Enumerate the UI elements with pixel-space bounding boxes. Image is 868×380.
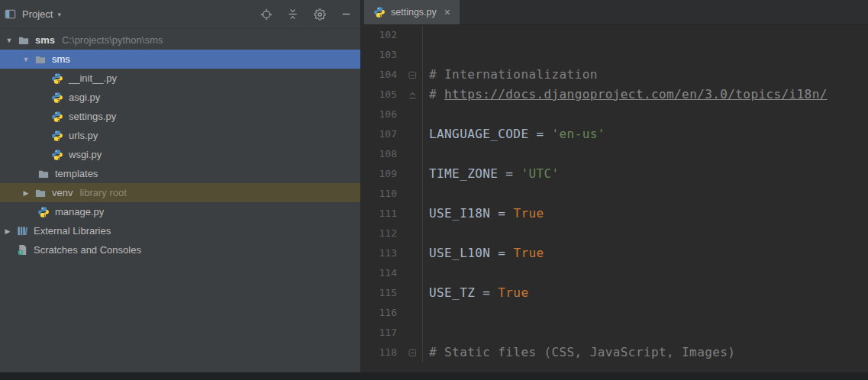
fold-column bbox=[397, 144, 422, 164]
code-line-107: 107LANGUAGE_CODE = 'en-us' bbox=[362, 124, 868, 144]
code-line-113: 113USE_L10N = True bbox=[362, 243, 868, 263]
gutter[interactable]: 108 bbox=[362, 144, 423, 164]
gutter[interactable]: 113 bbox=[362, 243, 423, 263]
code-token-plain: USE_I18N = bbox=[429, 206, 513, 221]
tree-item-settings-py[interactable]: settings.py bbox=[0, 107, 360, 126]
code-text bbox=[423, 323, 429, 343]
code-token-keyword: True bbox=[513, 246, 544, 260]
code-text: USE_I18N = True bbox=[423, 204, 544, 224]
fold-column bbox=[397, 243, 422, 263]
doc-link[interactable]: https://docs.djangoproject.com/en/3.0/to… bbox=[444, 87, 828, 101]
fold-column bbox=[397, 124, 422, 144]
line-number: 108 bbox=[362, 144, 397, 164]
fold-column bbox=[397, 224, 422, 243]
editor-tab-bar: settings.py × bbox=[362, 0, 868, 25]
code-text: USE_TZ = True bbox=[423, 283, 528, 303]
code-text: # https://docs.djangoproject.com/en/3.0/… bbox=[423, 85, 828, 105]
pycharm-window: Project ▾ ▼smsC:\projects\python\sms▼sms… bbox=[0, 0, 868, 380]
project-toolwindow-icon bbox=[5, 8, 18, 21]
tree-item-manage-py[interactable]: manage.py bbox=[0, 202, 360, 221]
tree-item-wsgi-py[interactable]: wsgi.py bbox=[0, 145, 360, 164]
gutter[interactable]: 111 bbox=[362, 204, 423, 224]
code-text bbox=[423, 224, 429, 243]
fold-rect-icon[interactable] bbox=[397, 65, 422, 85]
tree-item-templates[interactable]: templates bbox=[0, 164, 360, 183]
chevron-down-icon[interactable]: ▾ bbox=[57, 11, 61, 18]
tree-item-label: External Libraries bbox=[34, 225, 111, 237]
gutter[interactable]: 102 bbox=[362, 25, 423, 45]
gutter[interactable]: 115 bbox=[362, 283, 423, 303]
gutter[interactable]: 109 bbox=[362, 164, 423, 184]
gutter[interactable]: 114 bbox=[362, 263, 423, 283]
code-token-plain: USE_TZ = bbox=[429, 285, 498, 300]
gutter[interactable]: 116 bbox=[362, 303, 423, 323]
fold-column bbox=[397, 283, 422, 303]
code-text: USE_L10N = True bbox=[423, 243, 544, 263]
folder-icon bbox=[17, 34, 31, 47]
gutter[interactable]: 112 bbox=[362, 224, 423, 243]
tree-item-sms[interactable]: ▼sms bbox=[0, 50, 360, 69]
locate-icon[interactable] bbox=[260, 8, 273, 21]
gutter[interactable]: 110 bbox=[362, 184, 423, 204]
code-token-plain: TIME_ZONE = bbox=[429, 166, 521, 181]
line-number: 114 bbox=[362, 263, 397, 283]
folder-icon bbox=[37, 168, 50, 180]
close-tab-icon[interactable]: × bbox=[444, 6, 450, 18]
tree-item-label: __init__.py bbox=[69, 72, 117, 84]
tab-settings-py[interactable]: settings.py × bbox=[364, 0, 460, 24]
line-number: 116 bbox=[362, 303, 397, 323]
gutter[interactable]: 105 bbox=[362, 85, 423, 105]
line-number: 109 bbox=[362, 164, 397, 184]
code-text bbox=[423, 25, 429, 45]
tree-item-asgi-py[interactable]: asgi.py bbox=[0, 88, 360, 107]
tree-item-venv[interactable]: ▶venvlibrary root bbox=[0, 183, 360, 202]
fold-up-icon[interactable] bbox=[397, 85, 422, 105]
line-number: 110 bbox=[362, 184, 397, 204]
code-text: TIME_ZONE = 'UTC' bbox=[423, 164, 560, 184]
tree-item-init-py[interactable]: __init__.py bbox=[0, 69, 360, 88]
python-icon bbox=[50, 92, 64, 104]
line-number: 117 bbox=[362, 323, 397, 343]
gutter[interactable]: 104 bbox=[362, 65, 423, 85]
line-number: 111 bbox=[362, 204, 397, 224]
gutter[interactable]: 107 bbox=[362, 124, 423, 144]
chevron-down-icon[interactable]: ▼ bbox=[18, 56, 34, 63]
line-number: 115 bbox=[362, 283, 397, 303]
code-text bbox=[423, 144, 429, 164]
fold-column bbox=[397, 184, 422, 204]
code-token-comment: # bbox=[429, 87, 444, 101]
collapse-all-icon[interactable] bbox=[286, 8, 299, 21]
gutter[interactable]: 117 bbox=[362, 323, 423, 343]
tree-item-scratches[interactable]: Scratches and Consoles bbox=[0, 240, 360, 259]
tree-item-label: manage.py bbox=[55, 206, 104, 217]
code-token-string: 'en-us' bbox=[552, 127, 605, 141]
line-number: 103 bbox=[362, 45, 397, 65]
gutter[interactable]: 118 bbox=[362, 343, 423, 362]
python-icon bbox=[37, 206, 50, 218]
scratches-icon bbox=[15, 244, 29, 256]
tree-item-label: wsgi.py bbox=[69, 149, 102, 160]
code-line-109: 109TIME_ZONE = 'UTC' bbox=[362, 164, 868, 184]
hide-icon[interactable] bbox=[340, 8, 353, 21]
tree-item-label: sms bbox=[35, 34, 55, 46]
gear-icon[interactable] bbox=[313, 8, 326, 21]
tree-item-urls-py[interactable]: urls.py bbox=[0, 126, 360, 145]
code-line-115: 115USE_TZ = True bbox=[362, 283, 868, 303]
code-line-106: 106 bbox=[362, 105, 868, 124]
line-number: 112 bbox=[362, 224, 397, 243]
line-number: 105 bbox=[362, 85, 397, 105]
chevron-right-icon[interactable]: ▶ bbox=[18, 189, 34, 197]
tree-item-external-libraries[interactable]: ▶External Libraries bbox=[0, 221, 360, 240]
tree-item-root-sms[interactable]: ▼smsC:\projects\python\sms bbox=[0, 31, 360, 50]
code-token-plain: LANGUAGE_CODE = bbox=[429, 127, 552, 141]
code-line-105: 105# https://docs.djangoproject.com/en/3… bbox=[362, 85, 868, 105]
fold-rect-icon[interactable] bbox=[397, 343, 422, 362]
gutter[interactable]: 103 bbox=[362, 45, 423, 65]
editor-code-area[interactable]: 102103104# Internationalization105# http… bbox=[362, 25, 868, 362]
project-panel-title[interactable]: Project bbox=[22, 8, 53, 20]
chevron-down-icon[interactable]: ▼ bbox=[2, 37, 17, 44]
chevron-right-icon[interactable]: ▶ bbox=[0, 227, 15, 235]
gutter[interactable]: 106 bbox=[362, 105, 423, 124]
line-number: 107 bbox=[362, 124, 397, 144]
project-panel-header: Project ▾ bbox=[0, 0, 360, 29]
